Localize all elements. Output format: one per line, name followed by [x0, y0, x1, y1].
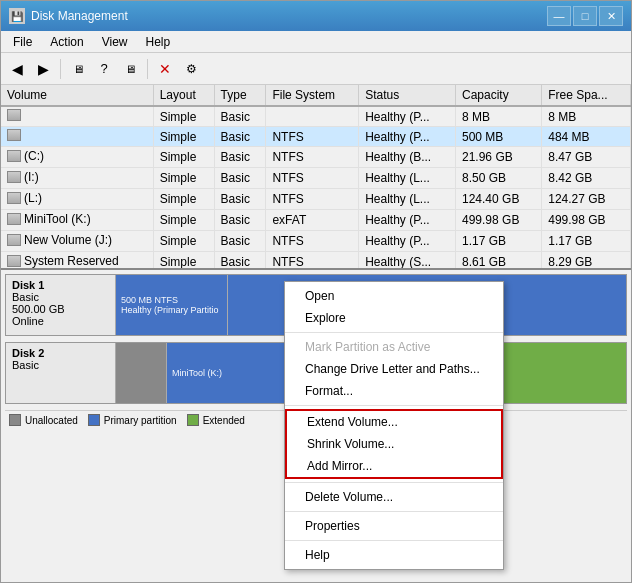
main-window: 💾 Disk Management — □ ✕ File Action View… [0, 0, 632, 583]
menu-help[interactable]: Help [138, 33, 179, 51]
ctx-mark-active: Mark Partition as Active [285, 336, 503, 358]
cell-volume: (C:) [1, 147, 153, 168]
cell-volume: System Reserved [1, 252, 153, 269]
ctx-add-mirror[interactable]: Add Mirror... [287, 455, 501, 477]
cell-free: 499.98 GB [542, 210, 631, 231]
cell-capacity: 21.96 GB [456, 147, 542, 168]
ctx-format[interactable]: Format... [285, 380, 503, 402]
table-row[interactable]: System Reserved Simple Basic NTFS Health… [1, 252, 631, 269]
table-row[interactable]: Simple Basic Healthy (P... 8 MB 8 MB [1, 106, 631, 127]
cell-fs: NTFS [266, 147, 359, 168]
ctx-change-drive[interactable]: Change Drive Letter and Paths... [285, 358, 503, 380]
disk-icon [7, 109, 21, 121]
cell-layout: Simple [153, 147, 214, 168]
cell-fs: exFAT [266, 210, 359, 231]
col-status[interactable]: Status [359, 85, 456, 106]
cell-status: Healthy (P... [359, 106, 456, 127]
disk-2-label: Disk 2 Basic [6, 343, 116, 403]
legend-extended-label: Extended [203, 415, 245, 426]
disk-2-part-unalloc[interactable] [116, 343, 167, 403]
col-volume[interactable]: Volume [1, 85, 153, 106]
menu-file[interactable]: File [5, 33, 40, 51]
cell-type: Basic [214, 147, 266, 168]
col-filesystem[interactable]: File System [266, 85, 359, 106]
cell-type: Basic [214, 210, 266, 231]
minimize-button[interactable]: — [547, 6, 571, 26]
table-row[interactable]: MiniTool (K:) Simple Basic exFAT Healthy… [1, 210, 631, 231]
ctx-open[interactable]: Open [285, 285, 503, 307]
back-button[interactable]: ◀ [5, 57, 29, 81]
ctx-sep-5 [285, 540, 503, 541]
ctx-shrink[interactable]: Shrink Volume... [287, 433, 501, 455]
cell-fs: NTFS [266, 127, 359, 147]
legend-extended-box [187, 414, 199, 426]
disk-2-type: Basic [12, 359, 109, 371]
disk-button[interactable]: 🖥 [118, 57, 142, 81]
cell-capacity: 124.40 GB [456, 189, 542, 210]
cell-free: 8.47 GB [542, 147, 631, 168]
ctx-delete[interactable]: Delete Volume... [285, 486, 503, 508]
cell-layout: Simple [153, 168, 214, 189]
toolbar: ◀ ▶ 🖥 ? 🖥 ✕ ⚙ [1, 53, 631, 85]
delete-button[interactable]: ✕ [153, 57, 177, 81]
cell-capacity: 1.17 GB [456, 231, 542, 252]
legend-unallocated-label: Unallocated [25, 415, 78, 426]
disk-icon [7, 234, 21, 246]
legend-primary: Primary partition [88, 414, 177, 426]
table-row[interactable]: (L:) Simple Basic NTFS Healthy (L... 124… [1, 189, 631, 210]
computer-button[interactable]: 🖥 [66, 57, 90, 81]
legend-primary-box [88, 414, 100, 426]
cell-type: Basic [214, 168, 266, 189]
table-row[interactable]: Simple Basic NTFS Healthy (P... 500 MB 4… [1, 127, 631, 147]
context-menu: Open Explore Mark Partition as Active Ch… [284, 281, 504, 570]
disk-icon [7, 150, 21, 162]
cell-status: Healthy (L... [359, 189, 456, 210]
cell-capacity: 500 MB [456, 127, 542, 147]
ctx-explore[interactable]: Explore [285, 307, 503, 329]
disk-1-type: Basic [12, 291, 109, 303]
cell-volume: New Volume (J:) [1, 231, 153, 252]
disk-1-part-1[interactable]: 500 MB NTFSHealthy (Primary Partitio [116, 275, 228, 335]
cell-free: 8 MB [542, 106, 631, 127]
cell-type: Basic [214, 189, 266, 210]
volume-table-area: Volume Layout Type File System Status Ca… [1, 85, 631, 270]
menu-view[interactable]: View [94, 33, 136, 51]
toolbar-separator-1 [60, 59, 61, 79]
col-capacity[interactable]: Capacity [456, 85, 542, 106]
cell-capacity: 8.61 GB [456, 252, 542, 269]
cell-volume: (L:) [1, 189, 153, 210]
legend-unallocated: Unallocated [9, 414, 78, 426]
table-row[interactable]: (I:) Simple Basic NTFS Healthy (L... 8.5… [1, 168, 631, 189]
cell-capacity: 499.98 GB [456, 210, 542, 231]
col-type[interactable]: Type [214, 85, 266, 106]
close-button[interactable]: ✕ [599, 6, 623, 26]
ctx-sep-1 [285, 332, 503, 333]
properties-button[interactable]: ⚙ [179, 57, 203, 81]
ctx-help[interactable]: Help [285, 544, 503, 566]
legend-unallocated-box [9, 414, 21, 426]
table-row[interactable]: (C:) Simple Basic NTFS Healthy (B... 21.… [1, 147, 631, 168]
menu-action[interactable]: Action [42, 33, 91, 51]
table-row[interactable]: New Volume (J:) Simple Basic NTFS Health… [1, 231, 631, 252]
cell-capacity: 8.50 GB [456, 168, 542, 189]
cell-free: 8.29 GB [542, 252, 631, 269]
legend-extended: Extended [187, 414, 245, 426]
cell-layout: Simple [153, 189, 214, 210]
ctx-extend[interactable]: Extend Volume... [287, 411, 501, 433]
ctx-properties[interactable]: Properties [285, 515, 503, 537]
cell-free: 124.27 GB [542, 189, 631, 210]
cell-type: Basic [214, 106, 266, 127]
col-layout[interactable]: Layout [153, 85, 214, 106]
cell-layout: Simple [153, 252, 214, 269]
forward-button[interactable]: ▶ [31, 57, 55, 81]
disk-1-label: Disk 1 Basic 500.00 GB Online [6, 275, 116, 335]
cell-volume [1, 127, 153, 147]
col-freespace[interactable]: Free Spa... [542, 85, 631, 106]
ctx-sep-4 [285, 511, 503, 512]
help-button[interactable]: ? [92, 57, 116, 81]
table-scroll[interactable]: Volume Layout Type File System Status Ca… [1, 85, 631, 268]
app-icon: 💾 [9, 8, 25, 24]
legend-primary-label: Primary partition [104, 415, 177, 426]
cell-fs: NTFS [266, 252, 359, 269]
maximize-button[interactable]: □ [573, 6, 597, 26]
